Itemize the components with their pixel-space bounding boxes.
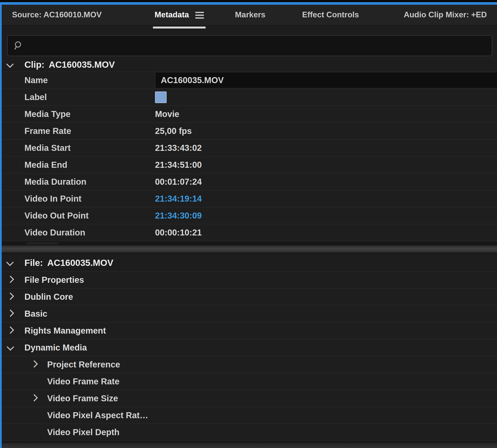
tab-source-monitor[interactable]: Source: AC160010.MOV	[12, 10, 102, 19]
tab-markers[interactable]: Markers	[235, 10, 265, 19]
search-input[interactable]	[27, 38, 492, 53]
collapse-chevron-icon[interactable]	[2, 260, 24, 266]
tab-label: Source: AC160010.MOV	[12, 10, 102, 19]
tab-effect-controls[interactable]: Effect Controls	[302, 10, 359, 19]
metadata-panel: Source: AC160010.MOV Metadata Markers Ef…	[0, 0, 497, 448]
panel-focus-border-top	[0, 2, 497, 5]
file-section-header[interactable]: File:AC160035.MOV	[2, 255, 497, 271]
row-value: 00:00:10:21	[155, 228, 202, 237]
panel-menu-icon[interactable]	[195, 11, 204, 19]
metadata-row-frame-rate: Frame Rate 25,00 fps	[2, 123, 497, 140]
row-label: Label	[2, 92, 155, 102]
field-video-pixel-aspect-ratio[interactable]: Video Pixel Aspect Rat…	[2, 407, 497, 424]
row-label: Media Start	[2, 143, 155, 153]
collapse-chevron-icon[interactable]	[2, 62, 24, 67]
collapse-chevron-icon[interactable]	[2, 345, 24, 350]
label-color-swatch[interactable]	[155, 92, 166, 103]
clipped-row-remnant	[2, 241, 497, 245]
expand-chevron-icon[interactable]	[2, 362, 47, 367]
row-label: Video In Point	[2, 194, 155, 204]
metadata-row-media-duration: Media Duration 00:01:07:24	[2, 174, 497, 191]
row-label: Frame Rate	[2, 126, 155, 136]
window-edge	[0, 0, 497, 2]
section-gap	[2, 252, 497, 255]
metadata-row-name: Name	[2, 72, 497, 89]
expand-chevron-icon[interactable]	[2, 277, 24, 283]
field-video-frame-rate[interactable]: Video Frame Rate	[2, 373, 497, 390]
row-label: Video Out Point	[2, 211, 155, 221]
search-icon	[13, 40, 24, 51]
group-file-properties[interactable]: File Properties	[2, 272, 497, 288]
clipped-text-remnant	[26, 242, 58, 244]
tab-label: Metadata	[155, 10, 189, 19]
tab-label: Effect Controls	[302, 10, 359, 19]
panel-tab-bar: Source: AC160010.MOV Metadata Markers Ef…	[2, 5, 497, 26]
group-dynamic-media[interactable]: Dynamic Media	[2, 339, 497, 356]
expand-chevron-icon[interactable]	[2, 294, 24, 300]
row-label: Media End	[2, 160, 155, 170]
metadata-search-box	[7, 35, 492, 56]
row-label: Media Type	[2, 109, 155, 119]
tab-metadata[interactable]: Metadata	[155, 10, 204, 19]
row-value: 21:34:51:00	[155, 160, 202, 170]
metadata-row-label: Label	[2, 89, 497, 106]
row-label: Media Duration	[2, 177, 155, 187]
expand-chevron-icon[interactable]	[2, 396, 47, 401]
field-video-pixel-depth[interactable]: Video Pixel Depth	[2, 424, 497, 441]
metadata-row-video-in-point: Video In Point 21:34:19:14	[2, 191, 497, 208]
clip-metadata-rows: Name Label Media Type Movie Frame Rate 2…	[2, 72, 497, 241]
clip-section-header[interactable]: Clip:AC160035.MOV	[2, 58, 497, 72]
bottom-scroll-area	[2, 443, 497, 448]
group-dublin-core[interactable]: Dublin Core	[2, 288, 497, 305]
row-value-timecode: 21:34:30:09	[155, 211, 202, 221]
expand-chevron-icon[interactable]	[2, 311, 24, 317]
group-basic[interactable]: Basic	[2, 305, 497, 322]
tab-label: Audio Clip Mixer: +ED	[404, 10, 487, 19]
row-label: Video Duration	[2, 228, 155, 237]
tab-label: Markers	[235, 10, 265, 19]
section-splitter-handle[interactable]	[2, 245, 497, 252]
row-value: 21:33:43:02	[155, 143, 202, 153]
row-value: 25,00 fps	[155, 126, 192, 136]
tab-audio-clip-mixer[interactable]: Audio Clip Mixer: +ED	[404, 10, 487, 19]
field-video-frame-size[interactable]: Video Frame Size	[2, 390, 497, 407]
clip-section-title: Clip:AC160035.MOV	[24, 60, 115, 70]
field-project-reference[interactable]: Project Reference	[2, 356, 497, 373]
metadata-row-media-type: Media Type Movie	[2, 106, 497, 123]
file-section-title: File:AC160035.MOV	[24, 258, 114, 268]
row-value: 00:01:07:24	[155, 177, 202, 187]
file-metadata-rows: File Properties Dublin Core Basic Rights…	[2, 271, 497, 441]
row-label: Name	[2, 75, 155, 85]
expand-chevron-icon[interactable]	[2, 328, 24, 333]
clipped-row-remnant	[2, 441, 497, 443]
metadata-content: Clip:AC160035.MOV Name Label Media Type …	[2, 26, 497, 448]
panel-body: Source: AC160010.MOV Metadata Markers Ef…	[0, 5, 497, 448]
row-value-timecode: 21:34:19:14	[155, 194, 202, 204]
metadata-row-video-duration: Video Duration 00:00:10:21	[2, 224, 497, 241]
metadata-row-video-out-point: Video Out Point 21:34:30:09	[2, 208, 497, 224]
group-rights-management[interactable]: Rights Management	[2, 322, 497, 339]
clip-name-input[interactable]	[155, 73, 497, 88]
row-value: Movie	[155, 109, 179, 119]
metadata-row-media-start: Media Start 21:33:43:02	[2, 140, 497, 157]
metadata-row-media-end: Media End 21:34:51:00	[2, 157, 497, 174]
